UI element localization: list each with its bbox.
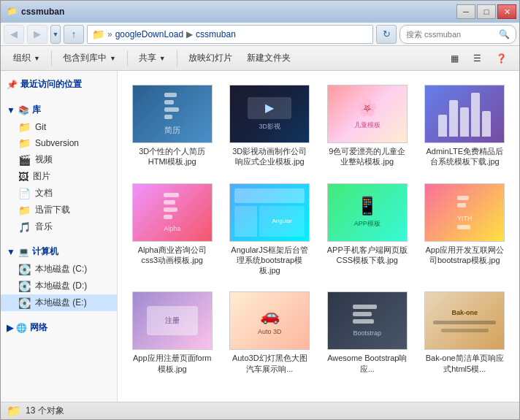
sidebar-item-music[interactable]: 🎵 音乐 (1, 218, 117, 235)
organize-label: 组织 (13, 52, 31, 64)
file-label-10: Awesome Bootstrap响应... (327, 353, 408, 374)
path-segment-1: googleDownLoad (115, 29, 183, 39)
file-item-6[interactable]: 📱 APP模板 APP手机客户端网页版CSS模板下载.jpg (321, 178, 413, 281)
help-button[interactable]: ❓ (489, 48, 513, 69)
sidebar-documents-icon: 📄 (18, 188, 31, 199)
up-button[interactable]: ↑ (64, 25, 84, 44)
sidebar-network-icon: 🌐 (16, 323, 27, 333)
file-thumb-6: 📱 APP模板 (327, 183, 408, 242)
main-area: 📌 最近访问的位置 ▼ 📚 库 📁 Git 📁 Subversion 🎬 视频 (1, 71, 519, 402)
path-bar[interactable]: 📁 » googleDownLoad ▶ cssmuban (87, 25, 373, 44)
sidebar-subversion-icon: 📁 (18, 137, 31, 149)
toolbar-sep-1 (51, 50, 52, 66)
file-item-8[interactable]: 注册 App应用注册页面form模板.jpg (126, 286, 218, 379)
sidebar-recent-header[interactable]: 📌 最近访问的位置 (1, 74, 117, 93)
sidebar-library-label: 库 (32, 104, 41, 116)
file-item-5[interactable]: Angular AngularJS框架后台管理系统bootstrap模板.jpg (224, 178, 316, 281)
slideshow-button[interactable]: 放映幻灯片 (182, 48, 239, 69)
file-item-10[interactable]: Bootstrap Awesome Bootstrap响应... (321, 286, 413, 379)
forward-button[interactable]: ▶ (27, 25, 47, 44)
sidebar-c-drive-icon: 💽 (18, 264, 31, 275)
sidebar-computer-header[interactable]: ▼ 💻 计算机 (1, 241, 117, 261)
sidebar-git-icon: 📁 (18, 121, 31, 133)
sidebar-item-documents[interactable]: 📄 文档 (1, 185, 117, 202)
nav-dropdown[interactable]: ▼ (50, 25, 61, 44)
sidebar-computer-label: 计算机 (32, 245, 58, 258)
file-label-11: Bak-one简洁单页响应式html5模... (424, 353, 505, 374)
search-bar[interactable]: 🔍 (399, 25, 516, 44)
file-label-2: 9色可爱漂亮的儿童企业整站模板.jpg (327, 146, 408, 167)
search-input[interactable] (406, 30, 496, 39)
file-label-9: Auto3D幻灯黑色大图汽车展示响... (229, 353, 310, 374)
sidebar-git-label: Git (35, 122, 46, 132)
file-item-3[interactable]: AdminLTE免费精品后台系统模板下载.jpg (419, 80, 511, 172)
sidebar-item-c-drive[interactable]: 💽 本地磁盘 (C:) (1, 261, 117, 278)
path-separator-1: » (107, 29, 112, 39)
sidebar-item-thunder[interactable]: 📁 迅雷下载 (1, 202, 117, 218)
file-area[interactable]: 简历 3D个性的个人简历HTMl模板.jpg ▶ 3D影视 (118, 71, 519, 402)
status-bar: 📁 13 个对象 (1, 402, 519, 419)
sidebar-c-drive-label: 本地磁盘 (C:) (35, 263, 87, 275)
file-label-7: App应用开发互联网公司bootstrap模板.jpg (424, 245, 505, 266)
sidebar-divider-2 (1, 235, 117, 241)
main-window: 📁 cssmuban ─ □ ✕ ◀ ▶ ▼ ↑ 📁 » googleDownL… (0, 0, 520, 420)
sidebar-item-d-drive[interactable]: 💽 本地磁盘 (D:) (1, 278, 117, 294)
sidebar-computer-arrow: ▼ (7, 247, 15, 257)
sidebar-subversion-label: Subversion (35, 138, 79, 148)
file-thumb-5: Angular (229, 183, 310, 242)
back-button[interactable]: ◀ (4, 25, 24, 44)
sidebar-library-icon: 📚 (18, 105, 29, 115)
sidebar-divider-1 (1, 93, 117, 99)
file-label-1: 3D影视动画制作公司响应式企业模板.jpg (229, 146, 310, 167)
sidebar-item-subversion[interactable]: 📁 Subversion (1, 135, 117, 151)
sidebar-e-drive-icon: 💽 (18, 297, 31, 309)
file-item-0[interactable]: 简历 3D个性的个人简历HTMl模板.jpg (126, 80, 218, 172)
sidebar-item-git[interactable]: 📁 Git (1, 119, 117, 135)
view-button[interactable]: ▦ (444, 48, 465, 69)
sidebar-item-video[interactable]: 🎬 视频 (1, 151, 117, 168)
close-button[interactable]: ✕ (497, 4, 516, 19)
maximize-button[interactable]: □ (477, 4, 496, 19)
sidebar-network-label: 网络 (30, 321, 47, 334)
sidebar-network-arrow: ▶ (7, 323, 13, 333)
file-thumb-0: 简历 (132, 85, 213, 143)
file-item-1[interactable]: ▶ 3D影视 3D影视动画制作公司响应式企业模板.jpg (224, 80, 316, 172)
status-folder-icon: 📁 (7, 404, 21, 418)
file-thumb-4: Alpha (132, 183, 213, 242)
sidebar-music-label: 音乐 (35, 221, 53, 233)
sidebar-recent-icon: 📌 (7, 80, 18, 90)
sidebar-network-header[interactable]: ▶ 🌐 网络 (1, 317, 117, 337)
minimize-button[interactable]: ─ (456, 4, 475, 19)
window-title: cssmuban (21, 7, 64, 17)
file-label-3: AdminLTE免费精品后台系统模板下载.jpg (424, 146, 505, 167)
sidebar-library-header[interactable]: ▼ 📚 库 (1, 99, 117, 119)
new-folder-button[interactable]: 新建文件夹 (240, 48, 297, 69)
organize-button[interactable]: 组织 ▼ (7, 48, 47, 69)
share-arrow: ▼ (159, 55, 166, 62)
sidebar-d-drive-icon: 💽 (18, 280, 31, 292)
share-button[interactable]: 共享 ▼ (132, 48, 172, 69)
file-thumb-3 (424, 85, 505, 143)
file-label-5: AngularJS框架后台管理系统bootstrap模板.jpg (229, 245, 310, 276)
refresh-button[interactable]: ↻ (376, 25, 397, 44)
sidebar-pictures-icon: 🖼 (18, 171, 28, 183)
address-bar: ◀ ▶ ▼ ↑ 📁 » googleDownLoad ▶ cssmuban ↻ … (1, 23, 519, 46)
file-item-11[interactable]: Bak-one Bak-one简洁单页响应式html5模... (419, 286, 511, 379)
file-thumb-1: ▶ 3D影视 (229, 85, 310, 143)
file-thumb-9: 🚗 Auto 3D (229, 291, 310, 350)
sidebar-item-pictures[interactable]: 🖼 图片 (1, 168, 117, 185)
toolbar: 组织 ▼ 包含到库中 ▼ 共享 ▼ 放映幻灯片 新建文件夹 ▦ ☰ ❓ (1, 46, 519, 71)
include-library-arrow: ▼ (110, 55, 116, 62)
sidebar-pictures-label: 图片 (33, 170, 50, 183)
file-item-7[interactable]: YITH App应用开发互联网公司bootstrap模板.jpg (419, 178, 511, 281)
file-item-9[interactable]: 🚗 Auto 3D Auto3D幻灯黑色大图汽车展示响... (224, 286, 316, 379)
include-library-button[interactable]: 包含到库中 ▼ (56, 48, 123, 69)
sidebar-item-e-drive[interactable]: 💽 本地磁盘 (E:) (1, 294, 117, 311)
status-count: 13 个对象 (26, 405, 64, 417)
file-label-4: Alpha商业咨询公司css3动画模板.jpg (132, 245, 213, 266)
file-item-4[interactable]: Alpha Alpha商业咨询公司css3动画模板.jpg (126, 178, 218, 281)
view-list-button[interactable]: ☰ (467, 48, 488, 69)
file-grid: 简历 3D个性的个人简历HTMl模板.jpg ▶ 3D影视 (123, 77, 513, 382)
sidebar-library-arrow: ▼ (7, 105, 15, 115)
file-item-2[interactable]: 🌸 儿童模板 9色可爱漂亮的儿童企业整站模板.jpg (321, 80, 413, 172)
